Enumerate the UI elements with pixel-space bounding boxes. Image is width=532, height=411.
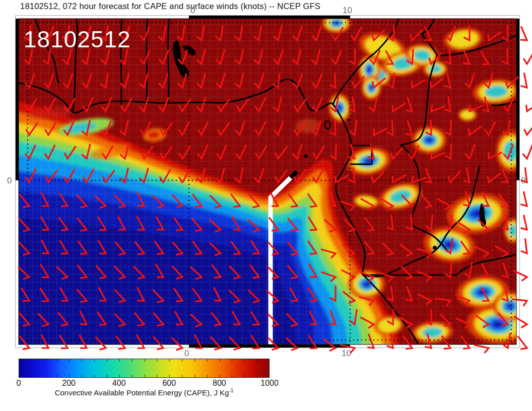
- frame-black-top: [189, 16, 350, 19]
- frame-black-bottom: [189, 345, 350, 348]
- colorbar-tick-label: 0: [17, 379, 21, 388]
- principe-island: [348, 119, 350, 121]
- colorbar-caption-text: Convective Available Potential Energy (C…: [55, 388, 229, 397]
- colorbar-caption-superscript: -1: [229, 388, 233, 393]
- colorbar-tick-labels: 02004006008001000: [19, 379, 270, 388]
- axis-label-top-0: 0: [190, 6, 195, 15]
- colorbar-tick-label: 600: [162, 379, 176, 388]
- colorbar-tick-label: 400: [112, 379, 126, 388]
- river-lake-dot: [433, 246, 437, 250]
- colorbar-caption: Convective Available Potential Energy (C…: [19, 388, 270, 397]
- colorbar-tick-label: 800: [213, 379, 226, 388]
- axis-label-right-0: 0: [521, 176, 525, 185]
- cape-colorbar: [19, 359, 270, 378]
- colorbar-minor-ticks-top: [19, 359, 269, 362]
- axis-label-bottom-0: 0: [184, 349, 189, 358]
- datetime-stamp: 18102512: [24, 26, 131, 52]
- border-benin-nigeria: [168, 19, 169, 103]
- cape-wind-map: 18102512 0 10 0 10 0 0: [0, 0, 532, 358]
- sao-tome-island: [304, 155, 308, 158]
- axis-label-top-10: 10: [343, 6, 352, 15]
- lat-lon-minor-grid: [19, 19, 516, 345]
- axis-label-left-0: 0: [7, 176, 12, 185]
- colorbar-minor-ticks-bottom: [19, 375, 269, 377]
- colorbar-tick-label: 200: [62, 379, 76, 388]
- frame-black-right: [516, 19, 519, 180]
- colorbar-tick-label: 1000: [260, 379, 279, 388]
- axis-label-bottom-10: 10: [342, 349, 351, 358]
- frame-black-left: [16, 19, 19, 180]
- forecast-plot-page: 18102512, 072 hour forecast for CAPE and…: [0, 0, 532, 411]
